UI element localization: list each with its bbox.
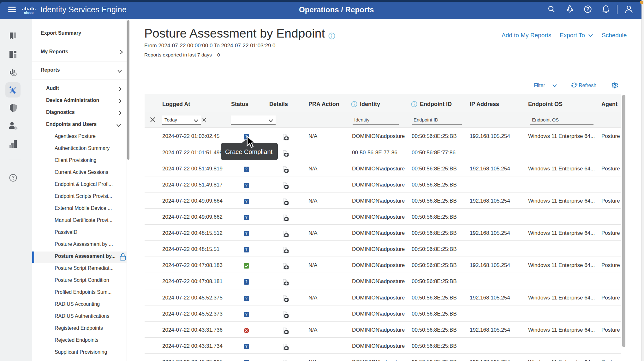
svg-text:cisco: cisco — [24, 11, 34, 15]
